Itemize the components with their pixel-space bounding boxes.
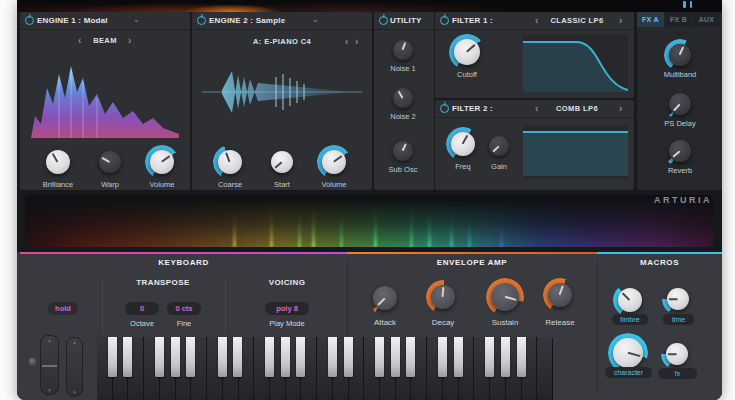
pause-icon[interactable] xyxy=(683,1,692,8)
engine1-visualizer xyxy=(29,54,181,138)
knob-label: Gain xyxy=(491,162,507,171)
piano-key-sharp[interactable] xyxy=(281,337,290,377)
piano-key-sharp[interactable] xyxy=(438,337,447,377)
piano-key-sharp[interactable] xyxy=(501,337,510,377)
attack-knob[interactable] xyxy=(373,286,397,310)
ps-delay-knob[interactable] xyxy=(669,93,691,115)
next-arrow-icon[interactable]: › xyxy=(619,16,622,25)
chevron-down-icon[interactable]: ⌄ xyxy=(312,16,319,24)
top-visualizer-edge xyxy=(17,0,722,12)
fine-value-box[interactable]: 0 cts xyxy=(167,302,201,315)
coarse-knob[interactable] xyxy=(218,150,242,174)
knob-face xyxy=(99,151,121,173)
engine1-volume-knob[interactable] xyxy=(150,150,174,174)
piano-key-sharp[interactable] xyxy=(485,337,494,377)
start-knob[interactable] xyxy=(271,151,293,173)
freq-knob[interactable] xyxy=(451,132,475,156)
tab-fx-a[interactable]: FX A xyxy=(637,12,664,27)
piano-key-sharp[interactable] xyxy=(406,337,415,377)
utility-panel: UTILITY Noise 1 Noise 2 Sub Osc xyxy=(374,12,434,190)
engine2-power-icon[interactable] xyxy=(197,16,206,25)
piano-key-sharp[interactable] xyxy=(108,337,117,377)
filter1-power-icon[interactable] xyxy=(440,16,449,25)
cutoff-knob[interactable] xyxy=(454,39,480,65)
filter2-panel: FILTER 2 : ‹ COMB LP6 › Freq Gain xyxy=(435,100,634,190)
prev-arrow-icon[interactable]: ‹ xyxy=(78,36,81,45)
piano-key-sharp[interactable] xyxy=(517,337,526,377)
filter2-power-icon[interactable] xyxy=(440,104,449,113)
octave-value-box[interactable]: 0 xyxy=(125,302,159,315)
piano-key-sharp[interactable] xyxy=(265,337,274,377)
fine-label: Fine xyxy=(177,319,192,328)
tab-fx-b[interactable]: FX B xyxy=(665,12,692,27)
play-mode-label: Play Mode xyxy=(269,319,304,328)
knob-label: Coarse xyxy=(218,180,242,189)
character-macro-label[interactable]: character xyxy=(605,367,652,378)
sustain-knob[interactable] xyxy=(491,283,519,311)
wheel-dot xyxy=(29,358,36,365)
piano-key-sharp[interactable] xyxy=(123,337,132,377)
next-arrow-icon[interactable]: › xyxy=(128,36,131,45)
decay-knob[interactable] xyxy=(431,285,455,309)
prev-arrow-icon[interactable]: ‹ xyxy=(345,37,348,46)
gain-knob[interactable] xyxy=(489,136,509,156)
tab-aux[interactable]: AUX xyxy=(693,12,720,27)
piano-key-sharp[interactable] xyxy=(344,337,353,377)
engine1-power-icon[interactable] xyxy=(25,16,34,25)
multiband-knob[interactable] xyxy=(669,44,691,66)
utility-title: UTILITY xyxy=(390,16,422,25)
timbre-knob[interactable] xyxy=(618,288,642,312)
piano-key-sharp[interactable] xyxy=(328,337,337,377)
filter1-header: FILTER 1 : ‹ CLASSIC LP6 › xyxy=(435,12,634,30)
noise1-knob[interactable] xyxy=(393,40,413,60)
subosc-knob[interactable] xyxy=(393,141,413,161)
knob-face xyxy=(669,44,691,66)
prev-arrow-icon[interactable]: ‹ xyxy=(535,104,538,113)
chevron-down-icon[interactable]: ⌄ xyxy=(133,16,140,24)
time-macro-label[interactable]: time xyxy=(663,314,694,325)
engine2-title: ENGINE 2 : Sample xyxy=(209,16,285,25)
piano-key-sharp[interactable] xyxy=(186,337,195,377)
character-knob[interactable] xyxy=(613,338,643,368)
next-arrow-icon[interactable]: › xyxy=(619,104,622,113)
engine1-type-selector[interactable]: BEAM xyxy=(93,36,117,45)
piano-key-sharp[interactable] xyxy=(233,337,242,377)
piano-key-sharp[interactable] xyxy=(454,337,463,377)
voicing-title: VOICING xyxy=(269,278,306,287)
knob-face xyxy=(393,40,413,60)
mod-wheel[interactable] xyxy=(66,337,83,397)
piano-key-sharp[interactable] xyxy=(155,337,164,377)
next-arrow-icon[interactable]: › xyxy=(355,37,358,46)
play-mode-value-box[interactable]: poly 8 xyxy=(265,302,309,315)
reverb-knob[interactable] xyxy=(669,140,691,162)
filter2-display xyxy=(523,126,628,178)
spectrum-bar xyxy=(312,201,315,247)
piano-key-sharp[interactable] xyxy=(296,337,305,377)
engine2-header: ENGINE 2 : Sample ⌄ xyxy=(192,12,372,30)
timbre-macro-label[interactable]: timbre xyxy=(612,314,648,325)
divider xyxy=(102,278,103,334)
pitch-wheel[interactable] xyxy=(40,335,59,395)
time-knob[interactable] xyxy=(667,288,689,310)
piano-key-sharp[interactable] xyxy=(171,337,180,377)
release-knob[interactable] xyxy=(548,283,572,307)
knob-face xyxy=(373,286,397,310)
filter2-type-selector[interactable]: COMB LP6 xyxy=(556,104,598,113)
utility-power-icon[interactable] xyxy=(379,16,388,25)
prev-arrow-icon[interactable]: ‹ xyxy=(535,16,538,25)
fx-macro-knob[interactable] xyxy=(666,343,688,365)
warp-knob[interactable] xyxy=(99,151,121,173)
piano-key-sharp[interactable] xyxy=(218,337,227,377)
noise2-knob[interactable] xyxy=(393,88,413,108)
filter1-type-selector[interactable]: CLASSIC LP6 xyxy=(550,16,603,25)
fx-macro-label[interactable]: fx xyxy=(658,368,697,379)
engine2-sample-selector[interactable]: A: E-PIANO C4 xyxy=(253,37,311,46)
hold-button[interactable]: hold xyxy=(48,302,78,315)
engine1-title: ENGINE 1 : Modal xyxy=(37,16,108,25)
piano-key-sharp[interactable] xyxy=(375,337,384,377)
brilliance-knob[interactable] xyxy=(46,150,70,174)
piano-key-sharp[interactable] xyxy=(391,337,400,377)
spectrum-bar xyxy=(298,207,301,247)
engine2-volume-knob[interactable] xyxy=(322,150,346,174)
knob-label: Noise 2 xyxy=(390,112,415,121)
